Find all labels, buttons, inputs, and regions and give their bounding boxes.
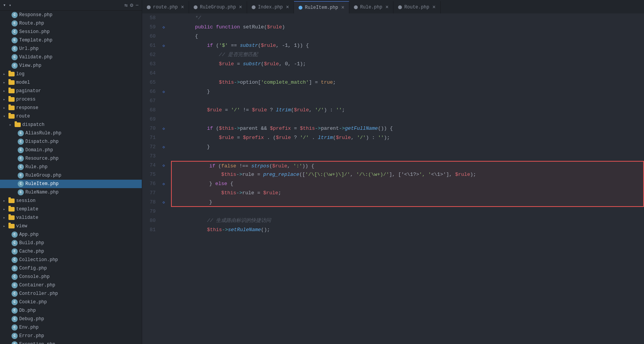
- sidebar-item-cache-php[interactable]: CCache.php: [0, 247, 142, 256]
- sidebar-item-process[interactable]: ▸process: [0, 95, 142, 104]
- tab-close-button[interactable]: ×: [341, 5, 344, 11]
- folder-arrow-icon: ▸: [3, 89, 8, 93]
- gutter-cell: [159, 170, 168, 179]
- sidebar-item-exception-php[interactable]: CException.php: [0, 340, 142, 344]
- file-icon: C: [12, 46, 18, 52]
- sidebar-item-ruleitem-php[interactable]: CRuleItem.php: [0, 180, 142, 188]
- tab-close-button[interactable]: ×: [181, 4, 184, 10]
- sidebar-item-label: view: [16, 223, 27, 229]
- sidebar-item-model[interactable]: ▸model: [0, 78, 142, 87]
- sidebar-item-collection-php[interactable]: CCollection.php: [0, 256, 142, 264]
- gutter-cell: [159, 50, 168, 60]
- gutter-cell: [159, 225, 168, 235]
- sidebar-item-app-php[interactable]: CApp.php: [0, 230, 142, 239]
- line-number: 67: [142, 96, 159, 106]
- settings-icon[interactable]: ⚙: [130, 2, 133, 8]
- sidebar-item-validate[interactable]: ▸validate: [0, 213, 142, 222]
- sidebar-item-label: Validate.php: [19, 55, 52, 60]
- gutter-cell: [159, 115, 168, 124]
- code-line: }: [171, 87, 644, 96]
- sidebar-item-rule-php[interactable]: CRule.php: [0, 163, 142, 171]
- sidebar-item-container-php[interactable]: CContainer.php: [0, 281, 142, 289]
- file-icon: C: [12, 29, 18, 35]
- sidebar-item-rulegroup-php[interactable]: CRuleGroup.php: [0, 171, 142, 180]
- sidebar-item-resource-php[interactable]: CResource.php: [0, 154, 142, 163]
- gutter-cell: [159, 69, 168, 78]
- sidebar-title[interactable]: ▾ ▾: [3, 2, 11, 8]
- tab-route2-php[interactable]: Route.php×: [393, 1, 440, 13]
- sidebar-item-session-php[interactable]: CSession.php: [0, 28, 142, 36]
- file-icon: C: [12, 240, 18, 246]
- file-icon: C: [12, 37, 18, 43]
- file-icon: C: [12, 316, 18, 322]
- sidebar-item-validate-php[interactable]: CValidate.php: [0, 53, 142, 61]
- sidebar-item-label: Db.php: [19, 308, 36, 313]
- sidebar-item-error-php[interactable]: CError.php: [0, 332, 142, 340]
- file-icon: C: [12, 308, 18, 314]
- sidebar-item-log[interactable]: ▸log: [0, 70, 142, 78]
- sidebar-item-response-php[interactable]: CResponse.php: [0, 11, 142, 19]
- gutter-cell: ◇: [159, 41, 168, 50]
- tab-rule-php[interactable]: Rule.php×: [349, 1, 393, 13]
- sidebar-item-route-php[interactable]: CRoute.php: [0, 19, 142, 28]
- sidebar-header: ▾ ▾ ⇆ ⚙ −: [0, 0, 142, 11]
- minimize-icon[interactable]: −: [136, 2, 139, 8]
- file-icon: C: [12, 63, 18, 69]
- sidebar-item-domain-php[interactable]: CDomain.php: [0, 146, 142, 154]
- file-icon: C: [12, 299, 18, 305]
- file-icon: C: [12, 20, 18, 26]
- sidebar-item-config-php[interactable]: CConfig.php: [0, 264, 142, 273]
- sidebar-item-template-php[interactable]: CTemplate.php: [0, 36, 142, 45]
- sidebar-item-rulename-php[interactable]: CRuleName.php: [0, 188, 142, 197]
- sidebar: ▾ ▾ ⇆ ⚙ − CResponse.phpCRoute.phpCSessio…: [0, 0, 142, 344]
- line-number: 70: [142, 124, 159, 133]
- tab-rulegroup-php[interactable]: RuleGroup.php×: [189, 1, 247, 13]
- sidebar-item-template[interactable]: ▸template: [0, 205, 142, 213]
- sidebar-item-label: Dispatch.php: [25, 139, 58, 144]
- sidebar-item-build-php[interactable]: CBuild.php: [0, 239, 142, 247]
- sidebar-item-aliasrule-php[interactable]: CAliasRule.php: [0, 129, 142, 137]
- tab-close-button[interactable]: ×: [432, 4, 435, 10]
- line-number: 62: [142, 50, 159, 60]
- code-line: $this->rule = $rule;: [171, 189, 644, 198]
- sidebar-item-label: Session.php: [19, 29, 50, 35]
- sidebar-item-view[interactable]: ▸view: [0, 222, 142, 230]
- tab-ruleitem-php[interactable]: RuleItem.php×: [294, 1, 349, 13]
- sidebar-item-route[interactable]: ▾route: [0, 112, 142, 121]
- sidebar-item-url-php[interactable]: CUrl.php: [0, 45, 142, 53]
- folder-arrow-icon: ▸: [9, 122, 15, 127]
- split-icon[interactable]: ⇆: [124, 2, 128, 8]
- tab-route-php[interactable]: route.php×: [142, 1, 189, 13]
- sidebar-item-paginator[interactable]: ▸paginator: [0, 87, 142, 95]
- line-number: 69: [142, 115, 159, 124]
- line-number: 59: [142, 23, 159, 32]
- sidebar-item-dispatch[interactable]: ▸dispatch: [0, 121, 142, 129]
- tab-index-php[interactable]: Index.php×: [247, 1, 294, 13]
- code-column[interactable]: */ public function setRule($rule) { if (…: [168, 13, 644, 344]
- sidebar-item-view-php[interactable]: CView.php: [0, 61, 142, 70]
- sidebar-item-cookie-php[interactable]: CCookie.php: [0, 298, 142, 306]
- sidebar-item-env-php[interactable]: CEnv.php: [0, 323, 142, 332]
- code-line: }: [171, 142, 644, 152]
- sidebar-item-dispatch-php[interactable]: CDispatch.php: [0, 137, 142, 146]
- tab-close-button[interactable]: ×: [385, 4, 388, 10]
- sidebar-item-label: Template.php: [19, 38, 52, 43]
- sidebar-item-db-php[interactable]: CDb.php: [0, 306, 142, 315]
- line-numbers-column: 5859606162636465666768697071727374757677…: [142, 13, 159, 344]
- folder-arrow-icon: ▸: [3, 207, 8, 212]
- sidebar-item-debug-php[interactable]: CDebug.php: [0, 315, 142, 323]
- tab-close-button[interactable]: ×: [286, 4, 289, 10]
- line-number: 78: [142, 198, 159, 207]
- gutter-cell: [159, 152, 168, 161]
- sidebar-item-label: process: [16, 97, 35, 102]
- line-number: 79: [142, 207, 159, 216]
- sidebar-item-label: Container.php: [19, 283, 55, 288]
- sidebar-item-session[interactable]: ▸session: [0, 197, 142, 205]
- sidebar-item-console-php[interactable]: CConsole.php: [0, 273, 142, 281]
- tab-close-button[interactable]: ×: [239, 4, 242, 10]
- fold-arrow-icon: ◇: [163, 43, 165, 48]
- sidebar-item-response[interactable]: ▸response: [0, 104, 142, 112]
- sidebar-item-controller-php[interactable]: CController.php: [0, 289, 142, 298]
- file-icon: C: [12, 54, 18, 60]
- sidebar-item-label: Route.php: [19, 21, 44, 26]
